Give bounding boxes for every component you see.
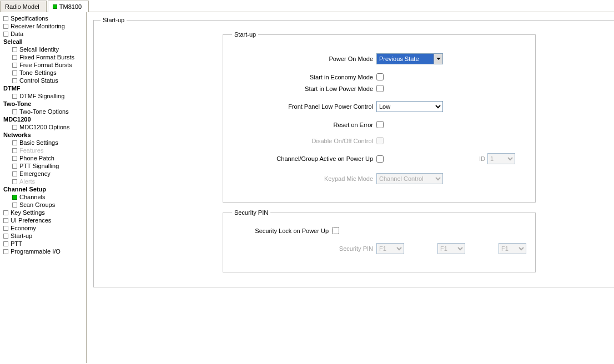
disable-onoff-checkbox (376, 137, 384, 144)
box-icon (12, 140, 17, 145)
tab-label: Radio Model (5, 3, 39, 10)
label-reset-on-error: Reset on Error (232, 122, 376, 128)
sidebar-item-two-tone-options[interactable]: Two-Tone Options (1, 108, 85, 115)
label-security-lock: Security Lock on Power Up (232, 228, 332, 234)
power-on-mode-select[interactable]: Previous State (376, 53, 443, 64)
reset-on-error-checkbox[interactable] (376, 121, 384, 128)
sidebar-item-mdc1200-options[interactable]: MDC1200 Options (1, 123, 85, 131)
box-icon (3, 24, 8, 29)
box-icon (12, 179, 17, 184)
box-icon (12, 195, 17, 200)
label-keypad-mic-mode: Keypad Mic Mode (232, 175, 376, 182)
startup-group: Start-up Power On Mode Previous State St… (223, 31, 536, 203)
box-icon (3, 241, 8, 246)
label-start-economy: Start in Economy Mode (232, 74, 376, 80)
sidebar-group-two-tone[interactable]: Two-Tone (1, 100, 85, 108)
label-disable-onoff: Disable On/Off Control (232, 138, 376, 144)
sidebar-item-economy[interactable]: Economy (1, 224, 85, 232)
box-icon (12, 70, 17, 75)
content-area: Start-up Start-up Power On Mode Previous… (87, 12, 614, 363)
sidebar-item-free-format-bursts[interactable]: Free Format Bursts (1, 61, 85, 69)
sidebar-item-scan-groups[interactable]: Scan Groups (1, 201, 85, 209)
start-low-power-checkbox[interactable] (376, 85, 384, 92)
id-select: 1 (487, 153, 515, 164)
sidebar-group-selcall[interactable]: Selcall (1, 38, 85, 46)
security-pin-group: Security PIN Security Lock on Power Up S… (223, 209, 536, 272)
sidebar-group-networks[interactable]: Networks (1, 131, 85, 139)
page-title: Start-up (100, 17, 127, 23)
box-icon (12, 55, 17, 60)
sidebar-item-phone-patch[interactable]: Phone Patch (1, 154, 85, 162)
box-icon (3, 234, 8, 239)
label-security-pin: Security PIN (232, 245, 376, 252)
start-economy-checkbox[interactable] (376, 73, 384, 80)
sidebar-item-dtmf-signalling[interactable]: DTMF Signalling (1, 92, 85, 100)
security-pin-3-select: F1 (499, 243, 526, 254)
page-fieldset: Start-up Start-up Power On Mode Previous… (93, 17, 614, 287)
chan-group-active-checkbox[interactable] (376, 155, 384, 163)
box-icon (3, 226, 8, 231)
box-icon (3, 32, 8, 37)
status-square-icon (53, 4, 57, 9)
front-panel-lpc-select[interactable]: Low (376, 101, 443, 112)
sidebar-item-receiver-monitoring[interactable]: Receiver Monitoring (1, 22, 85, 30)
security-pin-1-select: F1 (376, 243, 404, 254)
box-icon (3, 218, 8, 223)
tab-label: TM8100 (59, 3, 82, 10)
box-icon (12, 109, 17, 114)
security-pin-legend: Security PIN (232, 209, 270, 216)
sidebar-item-alerts: Alerts (1, 178, 85, 185)
tabs-bar: Radio Model TM8100 (0, 0, 614, 12)
sidebar-item-data[interactable]: Data (1, 30, 85, 38)
label-id: ID (479, 155, 485, 162)
sidebar-item-key-settings[interactable]: Key Settings (1, 209, 85, 216)
box-icon (12, 203, 17, 208)
sidebar-item-tone-settings[interactable]: Tone Settings (1, 69, 85, 77)
sidebar-item-emergency[interactable]: Emergency (1, 170, 85, 178)
box-icon (12, 164, 17, 169)
box-icon (12, 156, 17, 161)
label-front-panel-lpc: Front Panel Low Power Control (232, 103, 376, 110)
sidebar-item-channels[interactable]: Channels (1, 193, 85, 201)
sidebar-item-features: Features (1, 146, 85, 154)
tab-radio-model[interactable]: Radio Model (0, 1, 47, 12)
sidebar-item-programmable-io[interactable]: Programmable I/O (1, 247, 85, 255)
box-icon (12, 148, 17, 153)
label-start-low-power: Start in Low Power Mode (232, 85, 376, 92)
security-pin-2-select: F1 (437, 243, 465, 254)
security-lock-checkbox[interactable] (332, 227, 339, 234)
sidebar-group-mdc1200[interactable]: MDC1200 (1, 115, 85, 123)
box-icon (12, 78, 17, 83)
sidebar-item-start-up[interactable]: Start-up (1, 232, 85, 240)
sidebar-item-basic-settings[interactable]: Basic Settings (1, 139, 85, 146)
box-icon (3, 249, 8, 254)
chevron-down-icon (434, 54, 442, 64)
tab-device[interactable]: TM8100 (48, 1, 89, 12)
box-icon (3, 16, 8, 21)
sidebar-group-dtmf[interactable]: DTMF (1, 84, 85, 92)
label-power-on-mode: Power On Mode (232, 55, 376, 62)
box-icon (3, 210, 8, 215)
sidebar-item-ui-preferences[interactable]: UI Preferences (1, 216, 85, 224)
sidebar-item-ptt[interactable]: PTT (1, 240, 85, 247)
box-icon (12, 47, 17, 52)
sidebar-tree: Specifications Receiver Monitoring Data … (0, 12, 87, 363)
keypad-mic-mode-select: Channel Control (376, 173, 443, 184)
sidebar-item-control-status[interactable]: Control Status (1, 77, 85, 84)
box-icon (12, 63, 17, 68)
box-icon (12, 94, 17, 99)
sidebar-item-fixed-format-bursts[interactable]: Fixed Format Bursts (1, 53, 85, 61)
sidebar-group-channel-setup[interactable]: Channel Setup (1, 185, 85, 193)
sidebar-item-ptt-signalling[interactable]: PTT Signalling (1, 162, 85, 170)
box-icon (12, 125, 17, 130)
sidebar-item-selcall-identity[interactable]: Selcall Identity (1, 46, 85, 53)
box-icon (12, 171, 17, 176)
startup-legend: Start-up (232, 31, 258, 38)
sidebar-item-specifications[interactable]: Specifications (1, 14, 85, 22)
label-chan-group-active: Channel/Group Active on Power Up (232, 155, 376, 162)
